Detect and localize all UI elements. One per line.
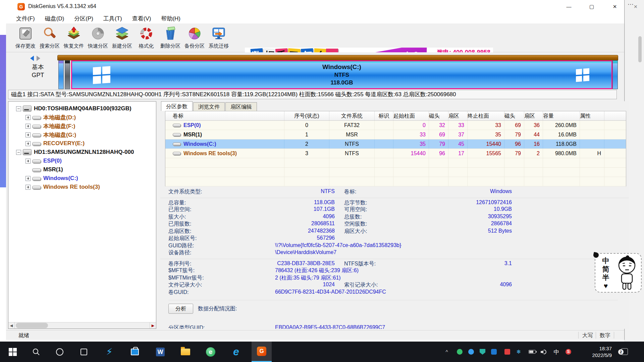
notification-center-button[interactable]: 2 [621, 348, 628, 355]
tray-icon-green[interactable] [457, 349, 463, 355]
column-header[interactable]: 起始柱面 [393, 111, 429, 120]
column-header[interactable]: 序号(状态) [284, 111, 329, 120]
column-header[interactable]: 终止柱面 [468, 111, 504, 120]
expander-icon[interactable] [16, 150, 21, 155]
expander-icon[interactable] [25, 159, 31, 164]
quick-partition-button[interactable]: 快速分区 [86, 23, 110, 52]
prev-disk-arrow-icon[interactable] [30, 56, 34, 61]
taskbar-app-lightning[interactable]: ⚡ [99, 342, 119, 362]
expander-icon[interactable] [25, 176, 31, 181]
tree-item[interactable]: 本地磁盘(F:) [8, 122, 156, 130]
save-changes-button[interactable]: 保存更改 [13, 23, 38, 52]
minimize-button[interactable]: — [559, 0, 578, 13]
tray-icon-blue[interactable] [468, 349, 474, 355]
system-migration-button[interactable]: 系统迁移 [207, 23, 231, 52]
tree-item[interactable]: Windows RE tools(3) [8, 183, 156, 191]
table-row[interactable] [165, 177, 626, 186]
taskbar-app-store[interactable] [125, 342, 145, 362]
expander-icon[interactable] [25, 124, 31, 129]
tray-icon-red[interactable] [504, 349, 510, 355]
tray-icon-shield[interactable] [480, 349, 485, 355]
menu-item[interactable]: 分区(P) [74, 15, 93, 22]
partition-type-guid-row: 分区类型GUID: EBD0A0A2-B9E5-4433-87C0-68B6B7… [160, 324, 629, 329]
sticker-overlay: 中简半♥ [595, 253, 642, 293]
tree-item[interactable]: MSR(1) [8, 165, 156, 174]
partition-block-windows-c[interactable]: Windows(C:) NTFS 118.0GB [71, 60, 612, 89]
taskbar-search-button[interactable] [27, 342, 46, 362]
taskbar-app-file-explorer[interactable] [175, 342, 196, 362]
tray-icon-snowflake[interactable]: ❄ [516, 349, 522, 355]
tree-item[interactable]: HD0:TOSHIBAMQ04ABF100(932GB) [8, 104, 156, 113]
tree-item[interactable]: Windows(C:) [8, 174, 156, 183]
partition-block-re-tools[interactable] [612, 60, 618, 89]
column-header[interactable]: 扇区 [524, 111, 543, 120]
tree-horizontal-scrollbar[interactable]: ◀ ▶ [8, 322, 156, 328]
table-row[interactable]: MSR(1) 1 MSR 33 69 37 35 79 44 16.0MB [165, 130, 626, 139]
new-partition-button[interactable]: 新建分区 [110, 23, 134, 52]
tree-item[interactable]: HD1:SAMSUNGMZNLN128HAHQ-000 [8, 148, 156, 157]
menu-item[interactable]: 帮助(H) [161, 15, 180, 22]
column-header[interactable]: 卷标 [165, 111, 284, 120]
tree-item[interactable]: ESP(0) [8, 157, 156, 165]
tab[interactable]: 浏览文件 [193, 102, 225, 111]
expander-icon[interactable] [25, 132, 31, 137]
column-header[interactable]: 磁头 [504, 111, 524, 120]
search-partition-button[interactable]: 搜索分区 [38, 23, 62, 52]
taskbar-app-browser[interactable]: e [201, 342, 221, 362]
expander-icon[interactable] [16, 106, 21, 111]
clock-date: 2022/5/9 [579, 352, 612, 359]
scrollbar-thumb[interactable] [16, 323, 48, 328]
recover-files-button[interactable]: 恢复文件 [62, 23, 86, 52]
start-button[interactable] [3, 342, 22, 362]
battery-icon[interactable] [529, 350, 536, 354]
table-row[interactable] [165, 168, 626, 177]
column-header[interactable]: 文件系统 [329, 111, 375, 120]
menu-item[interactable]: 工具(T) [103, 15, 122, 22]
table-row[interactable]: Windows(C:) 2 NTFS 35 79 45 15440 96 16 … [165, 139, 626, 149]
expander-icon[interactable] [25, 115, 31, 120]
table-row[interactable]: Windows RE tools(3) 3 NTFS 15440 96 17 1… [165, 149, 626, 158]
volume-icon[interactable] [541, 349, 547, 355]
analyze-button[interactable]: 分析 [168, 304, 193, 314]
scroll-left-arrow-icon[interactable]: ◀ [8, 322, 15, 328]
partition-block-esp[interactable] [58, 60, 64, 89]
tray-icon-qq[interactable] [491, 349, 497, 355]
capacity-cell [543, 158, 580, 167]
tree-item[interactable]: 本地磁盘(D:) [8, 113, 156, 122]
cortana-button[interactable] [50, 342, 69, 362]
menu-item[interactable]: 文件(F) [16, 15, 35, 22]
column-header[interactable]: 扇区 [448, 111, 468, 120]
taskbar-clock[interactable]: 18:37 2022/5/9 [579, 345, 612, 359]
task-view-button[interactable] [74, 342, 93, 362]
column-header[interactable]: 容量 [543, 111, 580, 120]
menu-item[interactable]: 查看(V) [132, 15, 151, 22]
expander-icon[interactable] [25, 141, 31, 146]
next-disk-arrow-icon[interactable] [37, 56, 40, 61]
end-head-cell [504, 177, 524, 186]
scroll-right-arrow-icon[interactable]: ▶ [150, 322, 156, 328]
tab[interactable]: 分区参数 [161, 101, 193, 111]
table-row[interactable] [165, 158, 626, 168]
expander-icon[interactable] [25, 185, 31, 190]
column-header[interactable]: 属性 [580, 111, 604, 120]
tree-item[interactable]: 本地磁盘(G:) [8, 130, 156, 139]
column-header[interactable]: 磁头 [429, 111, 448, 120]
hidden-icons-chevron[interactable]: ^ [442, 342, 451, 362]
delete-partition-button[interactable]: 删除分区 [158, 23, 182, 52]
taskbar-app-diskgenius[interactable]: G [252, 342, 272, 362]
partition-block-msr[interactable] [65, 60, 70, 89]
backup-partition-button[interactable]: 备份分区 [182, 23, 207, 52]
menu-item[interactable]: 磁盘(D) [45, 15, 64, 22]
tray-icon-sogou[interactable]: S [566, 349, 571, 355]
column-header[interactable]: 标识 [375, 111, 393, 120]
tree-item[interactable]: RECOVERY(E:) [8, 139, 156, 148]
taskbar-app-edge[interactable]: e [226, 342, 246, 362]
taskbar-app-word[interactable]: W [150, 342, 170, 362]
close-button[interactable]: ✕ [605, 0, 624, 13]
maximize-button[interactable]: ▢ [582, 0, 601, 13]
disk-band[interactable] [57, 55, 618, 60]
format-button[interactable]: 格式化 [134, 23, 158, 52]
tab[interactable]: 扇区编辑 [225, 102, 257, 111]
table-row[interactable]: ESP(0) 0 FAT32 0 32 33 33 69 36 260.0MB [165, 121, 626, 130]
ime-indicator[interactable]: 中 [553, 348, 560, 354]
